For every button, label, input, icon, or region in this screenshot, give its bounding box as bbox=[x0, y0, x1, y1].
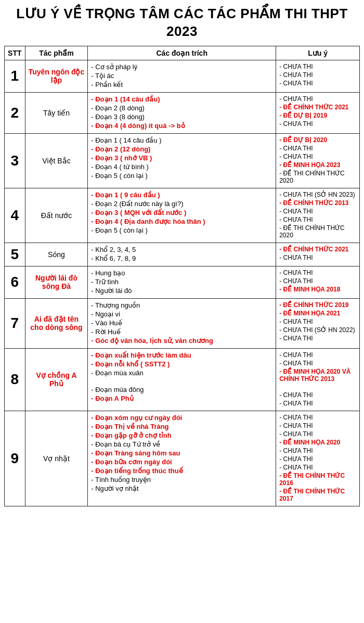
luuy-line: - CHƯA THI bbox=[279, 145, 356, 152]
doan-line: - Ngoại vi bbox=[91, 310, 272, 318]
luuy-line: - CHƯA THI bbox=[279, 120, 356, 128]
luuy-line: - CHƯA THI bbox=[279, 351, 356, 359]
luuy-line: - CHƯA THI bbox=[279, 63, 356, 70]
luuy-line: - ĐỀ MINH HỌA 2020 bbox=[279, 439, 356, 446]
cell-stt: 6 bbox=[5, 266, 25, 298]
doan-line: - Rời Huế bbox=[91, 328, 272, 336]
doan-line: - Đoạn 4 ( tứ bình ) bbox=[91, 163, 272, 171]
doan-line: - Đoạn bà cụ Tứ trở về bbox=[91, 440, 272, 448]
luuy-line: - CHƯA THI bbox=[279, 277, 356, 285]
luuy-line: - CHƯA THI bbox=[279, 208, 356, 215]
table-row: 8Vợ chồng A Phủ- Đoạn xuất hiện trước là… bbox=[5, 348, 360, 411]
doan-line: - Đoạn tiếng trống thúc thuế bbox=[91, 467, 272, 475]
doan-line: - Khổ 2, 3, 4, 5 bbox=[91, 246, 272, 253]
header-doan: Các đoạn trích bbox=[88, 46, 276, 60]
table-row: 5Sóng- Khổ 2, 3, 4, 5- Khổ 6, 7, 8, 9- Đ… bbox=[5, 243, 360, 266]
cell-luuy: - CHƯA THI- CHƯA THI- CHƯA THI- ĐỀ MINH … bbox=[276, 411, 360, 506]
doan-line: - Đoạn 1 ( 14 câu đầu ) bbox=[91, 136, 272, 144]
doan-line: - Đoạn 3 (8 dòng) bbox=[91, 113, 272, 121]
doan-line: - Thượng nguồn bbox=[91, 301, 272, 309]
luuy-line: - ĐỀ CHÍNH THỨC 2013 bbox=[279, 199, 356, 207]
luuy-line: - CHƯA THI (SỞ HN 2022) bbox=[279, 326, 356, 334]
doan-line: - Hung bạo bbox=[91, 269, 272, 277]
luuy-line: - CHƯA THI bbox=[279, 335, 356, 342]
header-stt: STT bbox=[5, 46, 25, 60]
doan-line: - Đoạn 5 ( còn lại ) bbox=[91, 172, 272, 180]
luuy-line: - ĐỀ MINH HỌA 2020 VÀ CHÍNH THỨC 2013 bbox=[279, 368, 356, 383]
luuy-line: - ĐỀ CHÍNH THỨC 2019 bbox=[279, 301, 356, 309]
cell-tacpham: Việt Bắc bbox=[25, 133, 88, 188]
cell-stt: 7 bbox=[5, 298, 25, 348]
luuy-line: - ĐỀ THI CHÍNH THỨC 2017 bbox=[279, 488, 356, 502]
cell-doan: - Đoạn 1 (14 câu đầu)- Đoạn 2 (8 dòng)- … bbox=[88, 92, 276, 133]
cell-stt: 8 bbox=[5, 348, 25, 411]
cell-tacpham: Sóng bbox=[25, 243, 88, 266]
main-table: STT Tác phẩm Các đoạn trích Lưu ý 1Tuyên… bbox=[4, 46, 360, 506]
cell-luuy: - CHƯA THI- ĐỀ CHÍNH THỨC 2021- ĐỀ DỰ BỊ… bbox=[276, 92, 360, 133]
luuy-line: - CHƯA THI (SỞ HN 2023) bbox=[279, 191, 356, 198]
doan-line: - Đoạn 3 ( MQH với đất nước ) bbox=[91, 209, 272, 217]
cell-tacpham: Đất nước bbox=[25, 188, 88, 243]
cell-luuy: - ĐỀ CHÍNH THỨC 2021- CHƯA THI bbox=[276, 243, 360, 266]
luuy-line: - ĐỀ MINH HỌA 2021 bbox=[279, 310, 356, 317]
doan-line: - Đoạn 2 (8 dòng) bbox=[91, 104, 272, 112]
luuy-line: - CHƯA THI bbox=[279, 414, 356, 421]
luuy-line: - CHƯA THI bbox=[279, 447, 356, 454]
doan-line: - Đoạn Thị về nhà Tràng bbox=[91, 423, 272, 430]
doan-line: - Người vợ nhặt bbox=[91, 485, 272, 492]
luuy-line: - CHƯA THI bbox=[279, 80, 356, 87]
luuy-line: - CHƯA THI bbox=[279, 400, 356, 407]
luuy-line: - CHƯA THI bbox=[279, 464, 356, 471]
table-row: 3Việt Bắc- Đoạn 1 ( 14 câu đầu )- Đoạn 2… bbox=[5, 133, 360, 188]
doan-line: - Góc độ văn hóa, lịch sử, văn chương bbox=[91, 337, 272, 345]
luuy-line: - CHƯA THI bbox=[279, 95, 356, 103]
doan-line: - Đoạn mùa đông bbox=[91, 386, 272, 393]
doan-line: - Phần kết bbox=[91, 81, 272, 88]
cell-tacpham: Người lái đò sông Đà bbox=[25, 266, 88, 298]
doan-line: - Đoạn 4 ( Địa danh được hóa thân ) bbox=[91, 218, 272, 225]
cell-luuy: - CHƯA THI- CHƯA THI- ĐỀ MINH HỌA 2020 V… bbox=[276, 348, 360, 411]
table-row: 9Vợ nhặt- Đoạn xóm ngụ cư ngày đói- Đoạn… bbox=[5, 411, 360, 506]
cell-doan: - Cơ sở pháp lý- Tội ác- Phần kết bbox=[88, 60, 276, 92]
cell-tacpham: Vợ nhặt bbox=[25, 411, 88, 506]
doan-line: - Đoạn 5 ( còn lại ) bbox=[91, 226, 272, 234]
doan-line: - Đoạn Tràng sáng hôm sau bbox=[91, 449, 272, 457]
luuy-line: - ĐỀ CHÍNH THỨC 2021 bbox=[279, 104, 356, 111]
header-tacpham: Tác phẩm bbox=[25, 46, 88, 60]
doan-line: - Đoạn mùa xuân bbox=[91, 369, 272, 377]
cell-tacpham: Vợ chồng A Phủ bbox=[25, 348, 88, 411]
cell-tacpham: Tây tiến bbox=[25, 92, 88, 133]
cell-luuy: - ĐỀ DỰ BỊ 2020- CHƯA THI- CHƯA THI- ĐỀ … bbox=[276, 133, 360, 188]
cell-luuy: - CHƯA THI- CHƯA THI- ĐỀ MINH HỌA 2018 bbox=[276, 266, 360, 298]
luuy-line: - CHƯA THI bbox=[279, 360, 356, 367]
luuy-line: - ĐỀ CHÍNH THỨC 2021 bbox=[279, 246, 356, 253]
luuy-line: - CHƯA THI bbox=[279, 153, 356, 160]
doan-line: - Trữ tình bbox=[91, 278, 272, 286]
cell-doan: - Đoạn xuất hiện trước làm dâu- Đoạn nỗi… bbox=[88, 348, 276, 411]
luuy-line: - CHƯA THI bbox=[279, 455, 356, 463]
luuy-line: - ĐỀ MINH HỌA 2018 bbox=[279, 286, 356, 293]
doan-line: - Đoạn 1 (14 câu đầu) bbox=[91, 95, 272, 103]
cell-luuy: - CHƯA THI- CHƯA THI- CHƯA THI bbox=[276, 60, 360, 92]
cell-doan: - Thượng nguồn- Ngoại vi- Vào Huế- Rời H… bbox=[88, 298, 276, 348]
page: LƯU Ý VỀ TRỌNG TÂM CÁC TÁC PHẨM THI THPT… bbox=[0, 0, 364, 512]
cell-doan: - Đoạn xóm ngụ cư ngày đói- Đoạn Thị về … bbox=[88, 411, 276, 506]
table-row: 2Tây tiến- Đoạn 1 (14 câu đầu)- Đoạn 2 (… bbox=[5, 92, 360, 133]
doan-line: - Đoạn xuất hiện trước làm dâu bbox=[91, 351, 272, 359]
table-row: 6Người lái đò sông Đà- Hung bạo- Trữ tìn… bbox=[5, 266, 360, 298]
header-luuy: Lưu ý bbox=[276, 46, 360, 60]
doan-line: - Đoạn 2 (12 dòng) bbox=[91, 145, 272, 153]
table-row: 1Tuyên ngôn độc lập- Cơ sở pháp lý- Tội … bbox=[5, 60, 360, 92]
luuy-line: - CHƯA THI bbox=[279, 254, 356, 261]
cell-doan: - Hung bạo- Trữ tình- Người lái đò bbox=[88, 266, 276, 298]
luuy-line: - ĐỀ DỰ BỊ 2020 bbox=[279, 136, 356, 144]
luuy-line: - ĐỀ THI CHÍNH THỨC 2016 bbox=[279, 472, 356, 487]
cell-doan: - Đoạn 1 ( 9 câu đầu )- Đoạn 2 (Đất nước… bbox=[88, 188, 276, 243]
doan-line: - Khổ 6, 7, 8, 9 bbox=[91, 255, 272, 262]
doan-line: - Tội ác bbox=[91, 72, 272, 80]
cell-stt: 1 bbox=[5, 60, 25, 92]
doan-line: - Đoạn 2 (Đất nước này là gì?) bbox=[91, 200, 272, 208]
cell-stt: 5 bbox=[5, 243, 25, 266]
luuy-line: - CHƯA THI bbox=[279, 318, 356, 325]
cell-doan: - Khổ 2, 3, 4, 5- Khổ 6, 7, 8, 9 bbox=[88, 243, 276, 266]
